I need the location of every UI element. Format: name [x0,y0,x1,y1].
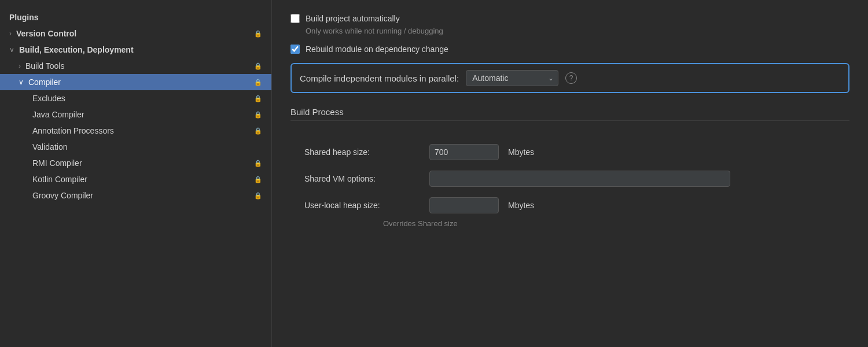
user-local-heap-label: User-local heap size: [304,201,420,210]
sidebar-item-label: Java Compiler [32,110,84,119]
lock-icon: 🔒 [254,127,262,135]
rebuild-module-checkbox[interactable] [290,45,300,54]
lock-icon: 🔒 [254,95,262,102]
sidebar-item-plugins[interactable]: Plugins [0,9,271,25]
sidebar-item-label: Build, Execution, Deployment [19,45,134,54]
sidebar-item-label: Annotation Processors [32,126,114,135]
sidebar-item-version-control[interactable]: › Version Control 🔒 [0,25,271,42]
build-project-automatically-checkbox[interactable] [290,14,300,23]
sidebar-item-label: Version Control [16,29,76,38]
sidebar-item-annotation-processors[interactable]: Annotation Processors 🔒 [0,123,271,139]
build-auto-hint: Only works while not running / debugging [306,27,849,35]
shared-heap-input[interactable] [429,144,499,160]
sidebar-item-kotlin-compiler[interactable]: Kotlin Compiler 🔒 [0,171,271,187]
sidebar-item-compiler[interactable]: ∨ Compiler 🔒 [0,74,271,90]
shared-heap-row: Shared heap size: Mbytes [290,144,849,160]
sidebar-item-label: Build Tools [25,61,64,71]
build-process-section-title: Build Process [290,107,849,134]
chevron-right-icon: › [19,62,21,70]
sidebar-item-label: Excludes [32,94,65,103]
lock-icon: 🔒 [254,79,262,86]
lock-icon: 🔒 [254,62,262,70]
sidebar-item-label: Validation [32,142,67,152]
sidebar-item-build-tools[interactable]: › Build Tools 🔒 [0,58,271,74]
lock-icon: 🔒 [254,111,262,119]
lock-icon: 🔒 [254,30,262,38]
sidebar-item-build-execution-deployment[interactable]: ∨ Build, Execution, Deployment [0,42,271,58]
main-content: Build project automatically Only works w… [272,0,868,347]
lock-icon: 🔒 [254,176,262,183]
sidebar-item-java-compiler[interactable]: Java Compiler 🔒 [0,106,271,123]
compile-parallel-select[interactable]: Automatic Yes No [466,70,558,86]
user-local-heap-input[interactable] [429,197,499,213]
shared-vm-row: Shared VM options: [290,171,849,187]
overrides-hint: Overrides Shared size [369,219,849,228]
sidebar-item-label: Compiler [28,77,61,87]
chevron-down-icon: ∨ [9,46,14,54]
user-local-heap-unit: Mbytes [508,201,534,210]
user-local-heap-row: User-local heap size: Mbytes [290,197,849,213]
sidebar-item-excludes[interactable]: Excludes 🔒 [0,90,271,106]
compile-parallel-row: Compile independent modules in parallel:… [290,63,849,93]
help-icon[interactable]: ? [565,72,577,84]
rebuild-module-label[interactable]: Rebuild module on dependency change [306,45,448,54]
shared-vm-input[interactable] [429,171,730,187]
build-project-automatically-row: Build project automatically [290,14,849,23]
sidebar-item-label: RMI Compiler [32,158,82,168]
chevron-right-icon: › [9,29,12,38]
lock-icon: 🔒 [254,192,262,200]
sidebar-item-rmi-compiler[interactable]: RMI Compiler 🔒 [0,155,271,171]
rebuild-module-row: Rebuild module on dependency change [290,45,849,54]
sidebar-item-label: Groovy Compiler [32,191,93,200]
sidebar-item-label: Kotlin Compiler [32,175,87,184]
chevron-down-icon: ∨ [19,78,24,86]
sidebar-item-label: Plugins [9,13,39,22]
sidebar-item-validation[interactable]: Validation [0,139,271,155]
build-project-automatically-label[interactable]: Build project automatically [306,14,400,23]
lock-icon: 🔒 [254,160,262,167]
sidebar-item-groovy-compiler[interactable]: Groovy Compiler 🔒 [0,187,271,204]
shared-heap-unit: Mbytes [508,147,534,157]
shared-heap-label: Shared heap size: [304,147,420,157]
compile-parallel-label: Compile independent modules in parallel: [300,73,459,83]
shared-vm-label: Shared VM options: [304,174,420,183]
compile-parallel-select-wrapper: Automatic Yes No ⌄ [466,70,554,86]
sidebar: Plugins › Version Control 🔒 ∨ Build, Exe… [0,0,272,347]
